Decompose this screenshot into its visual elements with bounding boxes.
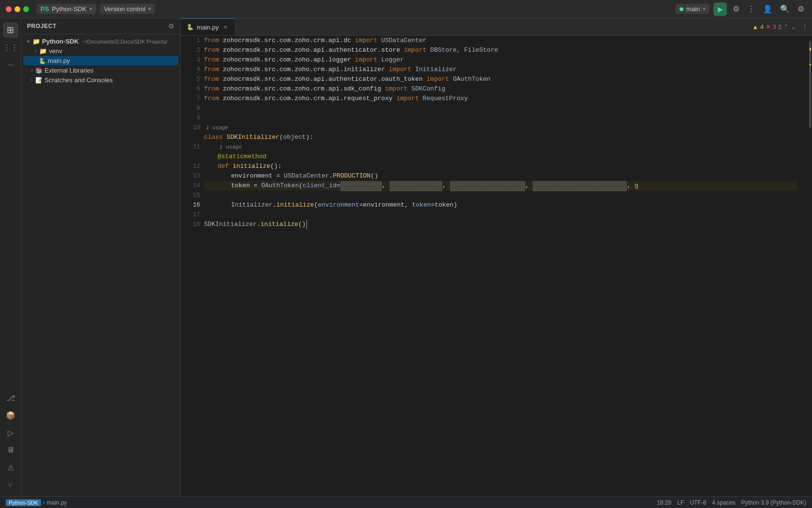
gutter-line-18: 16 [181, 200, 200, 210]
gutter-line-7: 7 [181, 94, 200, 104]
project-selector[interactable]: PS Python-SDK ▾ [37, 4, 96, 14]
user-icon[interactable]: 👤 [761, 2, 774, 15]
run-icon: ▶ [718, 5, 723, 13]
gutter-line-20: 18 [181, 220, 200, 229]
vcs-icon[interactable]: ⎇ [3, 390, 18, 405]
chevron-right-icon: › [31, 77, 32, 83]
gutter-line-14: 12 [181, 162, 200, 171]
status-left: Python-SDK › main.py [6, 499, 67, 506]
nav-count: 2 [778, 23, 782, 30]
redacted-param-4 [533, 181, 627, 191]
venv-label: venv [49, 47, 62, 55]
line-numbers-gutter: 1 2 3 4 5 6 7 8 9 10 11 12 13 14 15 16 1… [181, 36, 204, 496]
class-usdatacenter: USDataCenter [381, 36, 427, 45]
close-button[interactable] [6, 6, 12, 12]
cursor [306, 220, 311, 229]
sidebar-item-root[interactable]: ▾ 📁 Python-SDK ~/Documents/Z-Docs/SDK Pr… [23, 37, 178, 46]
sidebar-item-scratches[interactable]: › 📝 Scratches and Consoles [23, 75, 178, 85]
problems-icon[interactable]: ⚠ [3, 460, 18, 475]
status-right: 18:28 LF UTF-8 4 spaces Python 3.9 (Pyth… [657, 499, 806, 506]
editor-scrollbar[interactable] [805, 36, 812, 496]
terminal-icon[interactable]: 🖥 [3, 442, 18, 458]
sidebar-item-main-py[interactable]: 🐍 main.py [23, 56, 178, 65]
sidebar-item-venv[interactable]: › 📁 venv [23, 46, 178, 56]
maximize-button[interactable] [23, 6, 29, 12]
build-icon[interactable]: ⚙ [731, 2, 741, 15]
tab-bar: 🐍 main.py ✕ ▲ 4 ✕ 3 2 ⌃ ⌄ ⋮ [181, 18, 812, 36]
gutter-line-13 [181, 152, 200, 162]
editor-content[interactable]: 1 2 3 4 5 6 7 8 9 10 11 12 13 14 15 16 1… [181, 36, 812, 496]
gutter-line-17: 15 [181, 191, 200, 200]
scratch-icon: 📝 [35, 77, 43, 84]
gutter-line-4: 4 [181, 65, 200, 75]
sidebar-item-external-libraries[interactable]: › 📚 External Libraries [23, 66, 178, 75]
run-button[interactable]: ▶ [713, 2, 727, 16]
code-line-5: from zohocrmsdk.src.com.zoho.api.authent… [204, 75, 798, 84]
status-project-tag[interactable]: Python-SDK [6, 499, 41, 506]
root-name: Python-SDK [42, 38, 79, 45]
sidebar: Project ⚙ ▾ 📁 Python-SDK ~/Documents/Z-D… [21, 18, 181, 496]
chevron-down-icon: ▾ [27, 39, 29, 44]
tab-filename: main.py [197, 24, 219, 31]
warning-indicator-2 [810, 49, 811, 51]
gutter-line-9: 9 [181, 113, 200, 123]
usage-hint-2: 1 usage [219, 142, 242, 152]
code-line-3: from zohocrmsdk.src.com.zoho.api.logger … [204, 55, 798, 65]
usage-hint-1: 1 usage [206, 123, 228, 133]
chevron-right-icon: › [35, 48, 36, 54]
status-indent[interactable]: 4 spaces [712, 499, 735, 506]
more-tools-icon[interactable]: ··· [3, 57, 18, 73]
gutter-line-19: 17 [181, 210, 200, 220]
empty-editor-space [204, 229, 798, 413]
gutter-line-6: 6 [181, 84, 200, 94]
structure-icon[interactable]: ⋮⋮ [3, 40, 18, 55]
code-area[interactable]: from zohocrmsdk.src.com.zoho.crm.api.dc … [204, 36, 805, 496]
root-path: ~/Documents/Z-Docs/SDK Projects/ [83, 39, 167, 45]
status-arrow: › [43, 499, 45, 506]
code-line-7: from zohocrmsdk.src.com.zoho.crm.api.req… [204, 94, 798, 104]
packages-icon[interactable]: 📦 [3, 407, 18, 423]
sidebar-settings-icon[interactable]: ⚙ [168, 22, 174, 30]
warning-indicator-3 [810, 64, 811, 65]
version-control-label: Version control [104, 5, 145, 13]
decorator-staticmethod: @staticmethod [218, 152, 266, 162]
run-debug-icon[interactable]: ▷ [3, 425, 18, 440]
status-python[interactable]: Python 3.9 (Python-SDK) [741, 499, 806, 506]
main-branch-badge[interactable]: main ▾ [676, 4, 710, 14]
code-line-13: environment = USDataCenter . PRODUCTION … [204, 171, 798, 181]
venv-folder-icon: 📁 [39, 47, 47, 55]
git-icon[interactable]: ⑂ [3, 477, 18, 493]
search-icon[interactable]: 🔍 [778, 2, 792, 15]
scratches-label: Scratches and Consoles [44, 76, 113, 84]
status-encoding[interactable]: LF [677, 499, 684, 506]
code-line-6: from zohocrmsdk.src.com.zoho.crm.api.sdk… [204, 84, 798, 94]
more-options-icon[interactable]: ⋮ [802, 23, 808, 30]
folder-icon: 📁 [32, 38, 40, 45]
code-line-18: SDKInitializer . initialize () [204, 220, 798, 229]
project-view-icon[interactable]: ⊞ [3, 22, 18, 38]
code-line-12: def initialize (): [204, 162, 798, 171]
code-line-usage-1: 1 usage [204, 123, 798, 133]
nav-up-icon[interactable]: ⌃ [783, 23, 789, 30]
scrollbar-thumb[interactable] [809, 41, 811, 128]
status-position[interactable]: 18:28 [657, 499, 671, 506]
more-actions-icon[interactable]: ⋮ [745, 2, 757, 15]
function-name: initialize [232, 162, 270, 171]
gutter-line-5: 5 [181, 75, 200, 84]
main-py-label: main.py [48, 57, 70, 64]
status-file: main.py [47, 499, 67, 506]
status-charset[interactable]: UTF-8 [690, 499, 706, 506]
error-count-badge: ✕ 3 [766, 23, 776, 30]
tab-main-py[interactable]: 🐍 main.py ✕ [181, 18, 235, 35]
minimize-button[interactable] [14, 6, 20, 12]
sidebar-title: Project [27, 23, 57, 30]
nav-down-icon[interactable]: ⌄ [791, 23, 796, 30]
settings-icon[interactable]: ⚙ [796, 2, 806, 15]
redacted-param-3 [450, 181, 525, 191]
tab-close-button[interactable]: ✕ [222, 24, 229, 31]
code-line-9 [204, 113, 798, 123]
sidebar-actions: ⚙ [168, 22, 174, 30]
version-control-selector[interactable]: Version control ▾ [100, 4, 155, 14]
gutter-line-3: 3 [181, 55, 200, 65]
redacted-client-id [340, 181, 382, 191]
